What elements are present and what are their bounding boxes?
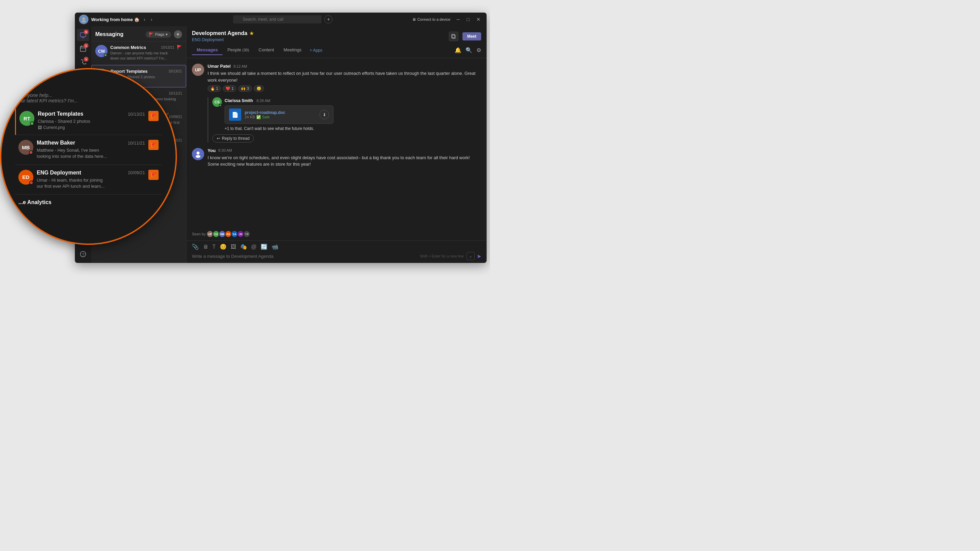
conv-content: Common Metrics 10/13/21 Darren - can any… [110, 45, 174, 61]
safe-badge: ✅ Safe [256, 115, 270, 119]
user-avatar[interactable] [79, 14, 89, 24]
reply-icon: ↩ [217, 136, 220, 141]
chat-badge: 5 [84, 30, 89, 34]
chat-tabs: Messages People (30) Content Meetings + … [192, 45, 481, 55]
chat-header: Development Agenda ★ ENG Deployment Meet… [186, 26, 487, 58]
notifications-button[interactable]: 🔔 [455, 47, 461, 53]
sidebar-item-chat[interactable]: 5 [77, 29, 89, 41]
sticker-button[interactable]: 🎭 [240, 243, 247, 250]
reaction-smile[interactable]: 😊 [254, 86, 264, 92]
chat-header-top: Development Agenda ★ ENG Deployment Meet [192, 30, 481, 43]
tab-meetings[interactable]: Meetings [279, 45, 306, 55]
reply-content: Clarissa Smith 8:28 AM 📄 project-roadmap… [224, 97, 481, 132]
avatar: UP [192, 64, 204, 76]
reply-to-thread-button[interactable]: ↩ Reply to thread [212, 134, 254, 143]
reaction-clap[interactable]: 🙌 3 [238, 86, 251, 92]
attach-button[interactable]: 📎 [192, 243, 199, 250]
reply-item: CS Clarissa Smith 8:28 AM 📄 pr [212, 97, 481, 132]
emoji-button[interactable]: 😊 [220, 243, 227, 250]
conv-header-row: Common Metrics 10/13/21 [110, 45, 174, 50]
message-content: Umar Patel 8:12 AM I think we should all… [208, 64, 481, 92]
sidebar-item-help[interactable]: ? [77, 248, 89, 260]
copy-button[interactable] [449, 32, 458, 41]
reactions: 🔥 1 ❤️ 1 🙌 3 😊 [208, 86, 481, 92]
window-controls: ─ □ ✕ [455, 16, 482, 23]
flag-icon: 🚩 [177, 45, 182, 50]
nav-back-button[interactable]: ‹ [142, 16, 147, 23]
seen-avatars: UP CS MB ED SA JD +2 [208, 230, 250, 238]
settings-button[interactable]: ⚙ [476, 47, 481, 53]
compose-button[interactable]: + [174, 30, 182, 38]
zoom-flag-button[interactable]: 🚩 [148, 111, 159, 121]
search-button[interactable]: 🔍 [466, 47, 472, 53]
expand-button[interactable]: ⌄ [466, 252, 475, 260]
zoom-conv-item-matthew[interactable]: MB Matthew Baker 10/11/21 Matthew - Hey … [15, 135, 162, 165]
zoom-conv-content: Report Templates 10/13/21 Clarissa - Sha… [38, 111, 145, 130]
search-input[interactable] [233, 15, 321, 24]
meet-icon-button[interactable]: 🖥 [203, 244, 208, 250]
messaging-header-actions: 🚩 Flags ▾ + [146, 30, 182, 38]
image-button[interactable]: 🖼 [231, 244, 236, 250]
tab-messages[interactable]: Messages [192, 45, 223, 55]
file-name: project-roadmap.doc [245, 110, 316, 115]
channel-subtitle[interactable]: ENG Deployment [192, 37, 224, 42]
conv-date: 10/13/21 [169, 69, 182, 73]
search-add-button[interactable]: + [324, 15, 332, 24]
file-meta: 24 KB ✅ Safe [245, 115, 316, 119]
zoom-conv-preview: Clarissa - Shared 2 photos [38, 118, 145, 124]
minimize-button[interactable]: ─ [455, 16, 462, 23]
close-button[interactable]: ✕ [474, 16, 482, 23]
reply-container: CS Clarissa Smith 8:28 AM 📄 pr [208, 97, 481, 143]
send-button[interactable]: ➤ [477, 253, 481, 259]
zoom-conv-item-report[interactable]: RT Report Templates 10/13/21 Clarissa - … [15, 106, 162, 135]
tab-people[interactable]: People (30) [223, 45, 254, 55]
conversation-item[interactable]: CM Common Metrics 10/13/21 Darren - can … [91, 41, 186, 65]
tab-add-apps[interactable]: + Apps [306, 46, 326, 55]
reaction-fire[interactable]: 🔥 1 [208, 86, 221, 92]
meet-button[interactable]: Meet [463, 32, 481, 40]
loop-button[interactable]: 🔄 [261, 243, 267, 250]
video-button[interactable]: 📹 [272, 243, 278, 250]
download-button[interactable]: ⬇ [320, 110, 329, 119]
channel-info: Development Agenda ★ ENG Deployment [192, 30, 254, 43]
zoom-conv-header: Report Templates 10/13/21 [38, 111, 145, 117]
zoom-conv-date: 10/09/21 [127, 170, 145, 175]
message-text: I think we should all take a moment to r… [208, 70, 481, 83]
conv-avatar: CM [95, 45, 108, 57]
mention-button[interactable]: @ [251, 244, 256, 250]
zoom-conv-date: 10/11/21 [127, 140, 145, 146]
compose-input-row: Shift + Enter for a new line ⌄ ➤ [192, 252, 481, 260]
channel-title: Working from home 🏠 [91, 17, 140, 22]
zoom-avatar: MB [18, 140, 33, 155]
messaging-title: Messaging [95, 31, 124, 37]
format-button[interactable]: T [212, 244, 216, 250]
tab-content[interactable]: Content [254, 45, 279, 55]
conv-date: 10/13/21 [161, 46, 174, 49]
maximize-button[interactable]: □ [465, 16, 472, 23]
zoom-conv-name: Matthew Baker [37, 140, 75, 146]
flags-button[interactable]: 🚩 Flags ▾ [146, 31, 171, 38]
sidebar-item-calls[interactable]: 1 [77, 56, 89, 68]
title-bar: Working from home 🏠 ‹ › 🔍 + 🖥 Connect to… [75, 13, 487, 26]
zoom-flag-button[interactable]: 🚩 [148, 140, 159, 150]
zoom-flag-button[interactable]: 🚩 [148, 170, 159, 180]
zoom-conv-content: ENG Deployment 10/09/21 Umar - Hi team, … [37, 170, 145, 189]
chat-area: Development Agenda ★ ENG Deployment Meet… [186, 26, 487, 263]
messages-area: UP Umar Patel 8:12 AM I think we should … [186, 58, 487, 227]
zoom-conv-date: 10/13/21 [127, 111, 145, 117]
zoom-conv-preview: Umar - Hi team, thanks for joiningour fi… [37, 177, 145, 189]
zoom-partial-top: ...anyone help...our latest KPI metrics?… [15, 90, 162, 106]
chevron-down-icon: ▾ [166, 32, 168, 37]
compose-input[interactable] [192, 254, 417, 259]
compose-bar: 📎 🖥 T 😊 🖼 🎭 @ 🔄 📹 Shift + Enter for a ne… [186, 240, 487, 263]
sidebar-item-calendar[interactable]: 1 [77, 43, 89, 55]
svg-text:?: ? [82, 252, 84, 256]
connect-device-button[interactable]: 🖥 Connect to a device [412, 17, 450, 21]
nav-forward-button[interactable]: › [150, 16, 154, 23]
reaction-heart[interactable]: ❤️ 1 [223, 86, 236, 92]
magnify-circle: ...anyone help...our latest KPI metrics?… [0, 68, 177, 245]
conv-date: 10/11/21 [169, 92, 182, 95]
zoom-partial-bottom: ...e Analytics [15, 195, 162, 210]
zoom-conv-name: ENG Deployment [37, 170, 81, 176]
zoom-conv-item-eng[interactable]: ED ENG Deployment 10/09/21 Umar - Hi tea… [15, 165, 162, 195]
